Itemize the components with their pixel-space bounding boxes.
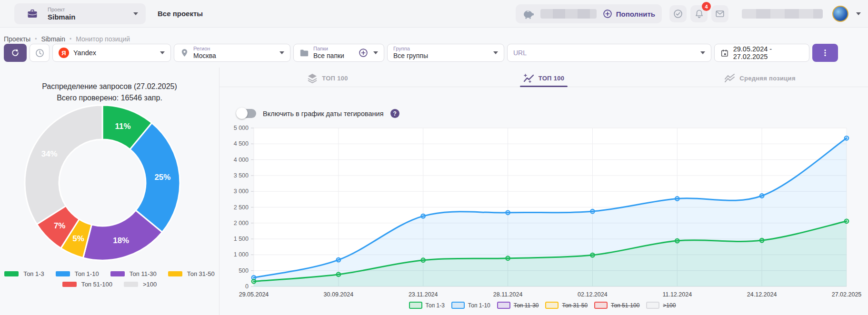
breadcrumb-current: Монитор позиций <box>76 35 130 43</box>
tasks-button[interactable] <box>669 5 687 22</box>
breadcrumb-projects[interactable]: Проекты <box>4 35 30 43</box>
donut-legend-item[interactable]: Топ 31-50 <box>168 270 215 277</box>
top100-line-chart[interactable]: 05001 0001 5002 0002 5003 0003 5004 0004… <box>219 114 865 301</box>
queries-distribution-donut-chart[interactable]: 11%25%18%5%7%34% <box>23 103 182 262</box>
data-point-marker[interactable] <box>421 258 425 262</box>
region-select[interactable]: Регион Москва <box>174 44 290 62</box>
tab-label: ТОП 100 <box>539 75 564 82</box>
data-point-marker[interactable] <box>675 197 679 201</box>
legend-swatch <box>56 271 70 276</box>
chart-legend-item[interactable]: Топ 1-10 <box>451 302 490 309</box>
legend-label: Топ 1-10 <box>75 270 99 277</box>
x-tick-label: 02.12.2024 <box>578 291 608 298</box>
donut-percent-label: 18% <box>113 236 129 245</box>
all-projects-link[interactable]: Все проекты <box>158 10 203 18</box>
briefcase-icon <box>27 8 38 20</box>
data-point-marker[interactable] <box>845 219 849 224</box>
data-point-marker[interactable] <box>590 209 595 214</box>
more-actions-button[interactable] <box>812 44 838 62</box>
history-button[interactable] <box>30 44 50 62</box>
data-point-marker[interactable] <box>421 214 425 218</box>
data-point-marker[interactable] <box>590 253 595 257</box>
folders-select[interactable]: Папки Все папки <box>293 44 384 62</box>
header: Проект Sibmain Все проекты <box>0 0 868 28</box>
y-tick-label: 5 000 <box>234 125 249 131</box>
y-tick-label: 2 500 <box>234 204 249 211</box>
refresh-button[interactable] <box>4 44 27 62</box>
legend-label: >100 <box>663 302 676 309</box>
legend-swatch <box>110 271 125 276</box>
group-select[interactable]: Группа Все группы <box>387 44 504 62</box>
donut-legend-item[interactable]: >100 <box>124 281 157 288</box>
legend-swatch <box>409 302 422 309</box>
folders-actions <box>358 48 378 58</box>
data-point-marker[interactable] <box>506 211 510 215</box>
donut-percent-label: 34% <box>41 149 58 158</box>
search-engine-select[interactable]: Я Yandex <box>52 44 171 62</box>
url-select[interactable]: URL <box>507 44 711 62</box>
balance-widget: Пополнить <box>516 4 662 23</box>
search-engine-value: Yandex <box>73 49 96 57</box>
data-point-marker[interactable] <box>760 194 764 198</box>
chevron-down-icon <box>373 51 378 54</box>
breadcrumb-separator: • <box>35 36 37 42</box>
tab-label: ТОП 100 <box>322 75 348 82</box>
topup-button[interactable]: Пополнить <box>602 9 655 19</box>
donut-segment[interactable] <box>25 105 102 224</box>
tab-average-position[interactable]: Средняя позиция <box>652 69 868 87</box>
donut-title: Распределение запросов (27.02.2025) <box>0 81 219 92</box>
breadcrumb-project-name[interactable]: Sibmain <box>41 35 65 43</box>
data-point-marker[interactable] <box>675 239 679 243</box>
chart-legend-item[interactable]: Топ 51-100 <box>594 302 639 309</box>
envelope-icon <box>715 9 725 19</box>
yandex-icon: Я <box>59 48 69 58</box>
messages-button[interactable] <box>711 5 728 22</box>
username-blurred <box>742 9 823 19</box>
avatar[interactable] <box>832 6 848 22</box>
check-circle-icon <box>673 9 683 19</box>
donut-title-block: Распределение запросов (27.02.2025) Всег… <box>0 81 219 104</box>
donut-legend-item[interactable]: Топ 51-100 <box>62 281 112 288</box>
y-tick-label: 3 000 <box>234 188 249 195</box>
chart-legend-item[interactable]: Топ 1-3 <box>409 302 445 309</box>
kebab-menu-icon <box>821 48 829 58</box>
donut-legend-item[interactable]: Топ 11-30 <box>110 270 157 277</box>
data-point-marker[interactable] <box>506 256 510 260</box>
chart-legend-item[interactable]: >100 <box>646 302 676 309</box>
group-label: Группа <box>393 46 428 52</box>
chart-legend-item[interactable]: Топ 31-50 <box>545 302 588 309</box>
layers-icon <box>307 73 318 83</box>
legend-label: Топ 51-100 <box>611 302 639 309</box>
project-selector-text: Проект Sibmain <box>48 7 75 21</box>
data-point-marker[interactable] <box>760 238 764 243</box>
donut-legend-row: Топ 51-100>100 <box>62 281 157 288</box>
legend-label: Топ 11-30 <box>514 302 539 309</box>
data-point-marker[interactable] <box>337 258 341 262</box>
calendar-icon <box>720 49 729 58</box>
region-label: Регион <box>193 46 216 52</box>
donut-legend-item[interactable]: Топ 1-10 <box>56 270 99 277</box>
tab-top100-table[interactable]: ТОП 100 <box>219 69 436 87</box>
plus-circle-icon <box>602 9 613 19</box>
legend-label: Топ 11-30 <box>130 270 157 277</box>
donut-legend-item[interactable]: Топ 1-3 <box>4 270 44 277</box>
chart-legend-item[interactable]: Топ 11-30 <box>497 302 539 309</box>
project-selector[interactable]: Проект Sibmain <box>14 3 146 24</box>
piggy-bank-icon <box>522 8 535 20</box>
donut-legend-row: Топ 1-3Топ 1-10Топ 11-30Топ 31-50 <box>4 270 215 277</box>
data-point-marker[interactable] <box>252 279 256 284</box>
data-point-marker[interactable] <box>845 136 849 140</box>
x-tick-label: 24.12.2024 <box>747 291 777 298</box>
account-chevron-down-icon[interactable] <box>856 12 861 15</box>
x-tick-label: 27.02.2025 <box>832 291 862 298</box>
notifications-button[interactable]: 4 <box>690 5 708 22</box>
date-range-picker[interactable]: 29.05.2024 - 27.02.2025 <box>714 44 809 62</box>
donut-percent-label: 25% <box>154 173 170 182</box>
data-point-marker[interactable] <box>337 272 341 276</box>
breadcrumb-separator: • <box>70 36 71 42</box>
tab-top100-chart[interactable]: ТОП 100 <box>436 69 652 87</box>
folders-select-text: Папки Все папки <box>313 46 344 60</box>
header-right: Пополнить 4 <box>516 0 861 28</box>
chevron-down-icon <box>493 51 498 54</box>
add-folder-icon[interactable] <box>358 48 369 58</box>
